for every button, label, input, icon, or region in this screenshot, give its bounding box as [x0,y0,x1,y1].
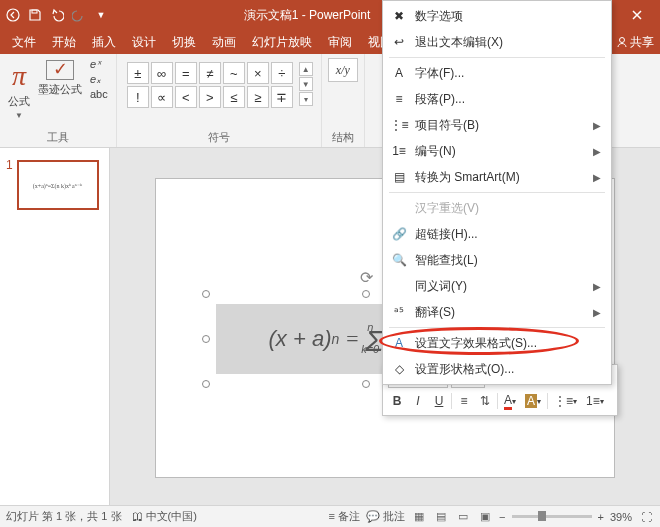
symbol-button[interactable]: ∞ [151,62,173,84]
tab-slideshow[interactable]: 幻灯片放映 [244,30,320,55]
paragraph-icon: ≡ [391,91,407,107]
menu-shape-format[interactable]: ◇ 设置形状格式(O)... [383,356,611,382]
menu-synonym[interactable]: 同义词(Y) ▶ [383,273,611,299]
tab-home[interactable]: 开始 [44,30,84,55]
bullets-mini-button[interactable]: ⋮≡▾ [551,392,580,410]
handle-sw[interactable] [202,380,210,388]
handle-w[interactable] [202,335,210,343]
group-tools-label: 工具 [47,130,69,145]
menu-smart-lookup[interactable]: 🔍 智能查找(L) [383,247,611,273]
symbol-button[interactable]: ± [127,62,149,84]
zoom-slider[interactable] [512,515,592,518]
font-color-button[interactable]: A▾ [501,392,519,410]
equation-label: 公式 [8,94,30,109]
handle-s[interactable] [362,380,370,388]
symbol-button[interactable]: × [247,62,269,84]
highlight-button[interactable]: A▾ [522,392,544,410]
bold-button[interactable]: B [388,392,406,410]
menu-translate[interactable]: ᵃ⁵ 翻译(S) ▶ [383,299,611,325]
rotate-handle-icon[interactable]: ⟳ [360,268,373,287]
reading-view-icon[interactable]: ▭ [455,509,471,525]
symbol-button[interactable]: ≥ [247,86,269,108]
menu-bullets[interactable]: ⋮≡ 项目符号(B) ▶ [383,112,611,138]
handle-n[interactable] [362,290,370,298]
svg-point-5 [620,38,625,43]
text-effect-icon: A [391,335,407,351]
tab-transitions[interactable]: 切换 [164,30,204,55]
zoom-out-button[interactable]: − [499,511,505,523]
menu-paragraph[interactable]: ≡ 段落(P)... [383,86,611,112]
symbol-button[interactable]: ! [127,86,149,108]
context-menu: ✖ 数字选项 ↩ 退出文本编辑(X) A 字体(F)... ≡ 段落(P)...… [382,0,612,385]
exit-text-icon: ↩ [391,34,407,50]
ink-icon [46,60,74,80]
menu-numbering[interactable]: 1≡ 编号(N) ▶ [383,138,611,164]
save-icon[interactable] [28,8,42,22]
menu-smartart[interactable]: ▤ 转换为 SmartArt(M) ▶ [383,164,611,190]
tab-file[interactable]: 文件 [4,30,44,55]
symbol-button[interactable]: ÷ [271,62,293,84]
thumbnail-panel: 1 (x+a)ⁿ=Σ(n k)xᵏaⁿ⁻ᵏ [0,148,110,508]
linear-button[interactable]: eₓ [88,73,110,86]
tab-review[interactable]: 审阅 [320,30,360,55]
menu-hyperlink[interactable]: 🔗 超链接(H)... [383,221,611,247]
share-button[interactable]: 共享 [630,34,654,51]
qat-dropdown-icon[interactable]: ▼ [94,8,108,22]
group-symbols: ±∞=≠~×÷!∝<>≤≥∓ ▲ ▼ ▾ 符号 [117,54,322,147]
back-icon[interactable] [6,8,20,22]
tab-design[interactable]: 设计 [124,30,164,55]
align-button[interactable]: ≡ [455,392,473,410]
notes-button[interactable]: ≡ 备注 [329,509,360,524]
redo-icon[interactable] [72,8,86,22]
tab-animations[interactable]: 动画 [204,30,244,55]
gallery-up-icon[interactable]: ▲ [299,62,313,76]
statusbar: 幻灯片 第 1 张，共 1 张 🕮 中文(中国) ≡ 备注 💬 批注 ▦ ▤ ▭… [0,505,660,527]
menu-font[interactable]: A 字体(F)... [383,60,611,86]
symbol-button[interactable]: < [175,86,197,108]
symbol-button[interactable]: = [175,62,197,84]
gallery-down-icon[interactable]: ▼ [299,77,313,91]
undo-icon[interactable] [50,8,64,22]
professional-button[interactable]: eˣ [88,58,110,71]
close-icon[interactable] [620,3,654,27]
line-spacing-button[interactable]: ⇅ [476,392,494,410]
hyperlink-icon: 🔗 [391,226,407,242]
numbering-mini-button[interactable]: 1≡▾ [583,392,607,410]
symbol-button[interactable]: ~ [223,62,245,84]
fit-to-window-icon[interactable]: ⛶ [638,509,654,525]
ink-equation-button[interactable]: 墨迹公式 [36,58,84,122]
sorter-view-icon[interactable]: ▤ [433,509,449,525]
slide-counter[interactable]: 幻灯片 第 1 张，共 1 张 [6,509,122,524]
group-tools: π 公式 ▼ 墨迹公式 eˣ eₓ abc 工具 [0,54,117,147]
symbol-button[interactable]: ∝ [151,86,173,108]
symbol-button[interactable]: ≤ [223,86,245,108]
share-icon[interactable] [616,36,628,48]
fraction-button[interactable]: x/y [328,58,358,82]
zoom-level[interactable]: 39% [610,511,632,523]
equation-button[interactable]: π 公式 ▼ [6,58,32,122]
symbol-button[interactable]: ≠ [199,62,221,84]
slideshow-view-icon[interactable]: ▣ [477,509,493,525]
slide-thumbnail[interactable]: (x+a)ⁿ=Σ(n k)xᵏaⁿ⁻ᵏ [17,160,99,210]
menu-exit-text-edit[interactable]: ↩ 退出文本编辑(X) [383,29,611,55]
symbol-button[interactable]: > [199,86,221,108]
gallery-more-icon[interactable]: ▾ [299,92,313,106]
normal-text-button[interactable]: abc [88,88,110,100]
underline-button[interactable]: U [430,392,448,410]
menu-text-effect-format[interactable]: A 设置文字效果格式(S)... [383,330,611,356]
symbol-gallery: ±∞=≠~×÷!∝<>≤≥∓ [123,58,297,110]
menu-number-options[interactable]: ✖ 数字选项 [383,3,611,29]
comments-button[interactable]: 💬 批注 [366,509,405,524]
font-icon: A [391,65,407,81]
language-indicator[interactable]: 🕮 中文(中国) [132,509,197,524]
shape-format-icon: ◇ [391,361,407,377]
submenu-arrow-icon: ▶ [593,307,601,318]
symbol-button[interactable]: ∓ [271,86,293,108]
chevron-down-icon: ▼ [15,111,23,120]
submenu-arrow-icon: ▶ [593,281,601,292]
italic-button[interactable]: I [409,392,427,410]
normal-view-icon[interactable]: ▦ [411,509,427,525]
zoom-in-button[interactable]: + [598,511,604,523]
tab-insert[interactable]: 插入 [84,30,124,55]
handle-nw[interactable] [202,290,210,298]
